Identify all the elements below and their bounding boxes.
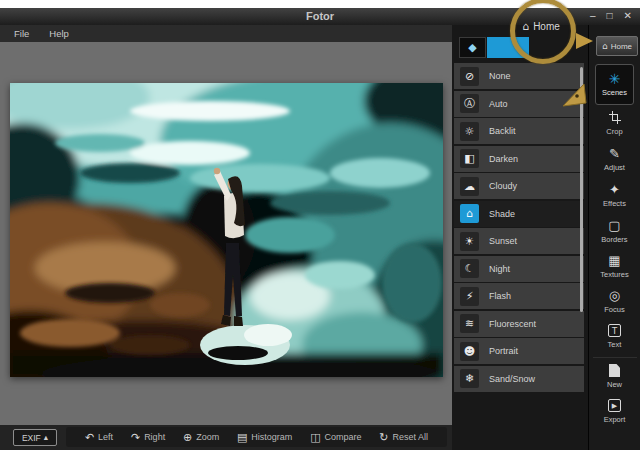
scene-label: Fluorescent bbox=[489, 319, 536, 329]
scene-label: Backlit bbox=[489, 126, 516, 136]
rotate-right-icon: ↷ bbox=[131, 432, 140, 443]
textures-grid-icon: ▦ bbox=[608, 254, 620, 267]
sidebar-item-adjust[interactable]: ✎ Adjust bbox=[589, 147, 640, 172]
toolbar-button-group: ↶ Left ↷ Right ⊕ Zoom ▤ Histogram ◫ Comp… bbox=[66, 427, 447, 447]
menu-bar: File Help bbox=[0, 25, 452, 42]
sidebar-item-textures[interactable]: ▦ Textures bbox=[589, 254, 640, 279]
maximize-button[interactable]: □ bbox=[607, 9, 613, 23]
histogram-button[interactable]: ▤ Histogram bbox=[237, 432, 292, 443]
sidebar-item-text[interactable]: T Text bbox=[589, 324, 640, 349]
sidebar-item-crop[interactable]: Crop bbox=[589, 112, 640, 136]
scene-list: ⊘ None Ⓐ Auto ☼ Backlit ◧ Darken ☁ Cloud… bbox=[454, 63, 584, 392]
sidebar-label: New bbox=[607, 380, 622, 389]
close-button[interactable]: ✕ bbox=[624, 9, 632, 23]
new-document-icon bbox=[609, 364, 620, 377]
scene-item-flash[interactable]: ⚡ Flash bbox=[454, 283, 584, 309]
flash-icon: ⚡ bbox=[460, 287, 479, 306]
tools-sidebar: ⌂ Home ✳ Scenes Crop ✎ Adjust ✦ Effects … bbox=[588, 25, 640, 450]
annotation-circle bbox=[510, 0, 576, 64]
sidebar-label: Effects bbox=[603, 199, 626, 208]
rotate-left-button[interactable]: ↶ Left bbox=[85, 432, 113, 443]
scene-item-backlit[interactable]: ☼ Backlit bbox=[454, 118, 584, 144]
scene-item-fluorescent[interactable]: ≋ Fluorescent bbox=[454, 311, 584, 337]
sidebar-label: Borders bbox=[601, 235, 627, 244]
reset-all-icon: ↻ bbox=[379, 432, 388, 443]
rotate-left-label: Left bbox=[98, 432, 113, 442]
none-icon: ⊘ bbox=[460, 67, 479, 86]
fotor-app-window: Fotor – □ ✕ File Help bbox=[0, 0, 640, 450]
crop-icon bbox=[609, 112, 621, 124]
adjust-pencil-icon: ✎ bbox=[609, 147, 620, 160]
darken-icon: ◧ bbox=[460, 149, 479, 168]
auto-icon: Ⓐ bbox=[460, 94, 479, 113]
sidebar-item-effects[interactable]: ✦ Effects bbox=[589, 183, 640, 208]
zoom-button[interactable]: ⊕ Zoom bbox=[183, 432, 219, 443]
sidebar-divider bbox=[593, 357, 637, 358]
scene-label: Darken bbox=[489, 154, 518, 164]
shade-icon: ⌂ bbox=[460, 204, 479, 223]
scene-item-sandsnow[interactable]: ❄ Sand/Snow bbox=[454, 366, 584, 392]
night-icon: ☾ bbox=[460, 259, 479, 278]
sidebar-item-export[interactable]: ▶ Export bbox=[589, 399, 640, 424]
scene-label: None bbox=[489, 71, 511, 81]
sidebar-label: Text bbox=[608, 340, 622, 349]
histogram-icon: ▤ bbox=[237, 432, 247, 443]
scene-label: Flash bbox=[489, 291, 511, 301]
rotate-right-button[interactable]: ↷ Right bbox=[131, 432, 165, 443]
photo-canvas[interactable] bbox=[10, 83, 443, 377]
sidebar-item-scenes[interactable]: ✳ Scenes bbox=[595, 64, 634, 105]
sidebar-label: Crop bbox=[606, 127, 622, 136]
scene-item-night[interactable]: ☾ Night bbox=[454, 256, 584, 282]
scene-label: Shade bbox=[489, 209, 515, 219]
cloudy-icon: ☁ bbox=[460, 177, 479, 196]
window-controls: – □ ✕ bbox=[590, 9, 632, 23]
backlit-icon: ☼ bbox=[460, 122, 479, 141]
sunset-icon: ☀ bbox=[460, 232, 479, 251]
rotate-left-icon: ↶ bbox=[85, 432, 94, 443]
home-icon: ⌂ bbox=[602, 42, 608, 51]
exif-dropdown[interactable]: EXIF ▴ bbox=[13, 429, 57, 446]
home-label: Home bbox=[611, 42, 632, 51]
scene-label: Cloudy bbox=[489, 181, 517, 191]
sidebar-label: Adjust bbox=[604, 163, 625, 172]
sidebar-label: Focus bbox=[604, 305, 624, 314]
scene-label: Sunset bbox=[489, 236, 517, 246]
borders-frame-icon: ▢ bbox=[608, 219, 620, 232]
rotate-right-label: Right bbox=[144, 432, 165, 442]
scene-item-cloudy[interactable]: ☁ Cloudy bbox=[454, 173, 584, 199]
scene-label: Sand/Snow bbox=[489, 374, 535, 384]
exif-label: EXIF bbox=[22, 433, 41, 443]
scene-label: Portrait bbox=[489, 346, 518, 356]
compare-label: Compare bbox=[325, 432, 362, 442]
sidebar-item-focus[interactable]: ◎ Focus bbox=[589, 289, 640, 314]
reset-all-label: Reset All bbox=[393, 432, 429, 442]
menu-file[interactable]: File bbox=[14, 28, 29, 39]
menu-help[interactable]: Help bbox=[49, 28, 69, 39]
export-icon: ▶ bbox=[608, 399, 621, 412]
premium-scenes-tab[interactable]: ◆ bbox=[459, 37, 486, 58]
portrait-icon: ☻ bbox=[460, 342, 479, 361]
exif-arrow-icon: ▴ bbox=[44, 433, 48, 442]
zoom-icon: ⊕ bbox=[183, 432, 192, 443]
scene-item-portrait[interactable]: ☻ Portrait bbox=[454, 338, 584, 364]
reset-all-button[interactable]: ↻ Reset All bbox=[379, 432, 428, 443]
sandsnow-icon: ❄ bbox=[460, 369, 479, 388]
sidebar-item-new[interactable]: New bbox=[589, 364, 640, 389]
home-button[interactable]: ⌂ Home bbox=[596, 36, 638, 56]
sidebar-label: Textures bbox=[600, 270, 628, 279]
sidebar-label: Export bbox=[604, 415, 626, 424]
effects-sparkle-icon: ✦ bbox=[609, 183, 620, 196]
cave-photo-image bbox=[10, 83, 443, 377]
minimize-button[interactable]: – bbox=[590, 9, 596, 23]
fluorescent-icon: ≋ bbox=[460, 314, 479, 333]
scene-item-sunset[interactable]: ☀ Sunset bbox=[454, 228, 584, 254]
scene-label: Auto bbox=[489, 99, 508, 109]
scene-item-darken[interactable]: ◧ Darken bbox=[454, 146, 584, 172]
zoom-label: Zoom bbox=[196, 432, 219, 442]
text-icon: T bbox=[608, 324, 621, 337]
scene-item-shade[interactable]: ⌂ Shade bbox=[454, 201, 584, 227]
histogram-label: Histogram bbox=[251, 432, 292, 442]
compare-button[interactable]: ◫ Compare bbox=[310, 432, 361, 443]
sidebar-item-borders[interactable]: ▢ Borders bbox=[589, 219, 640, 244]
scenes-icon: ✳ bbox=[609, 72, 621, 86]
